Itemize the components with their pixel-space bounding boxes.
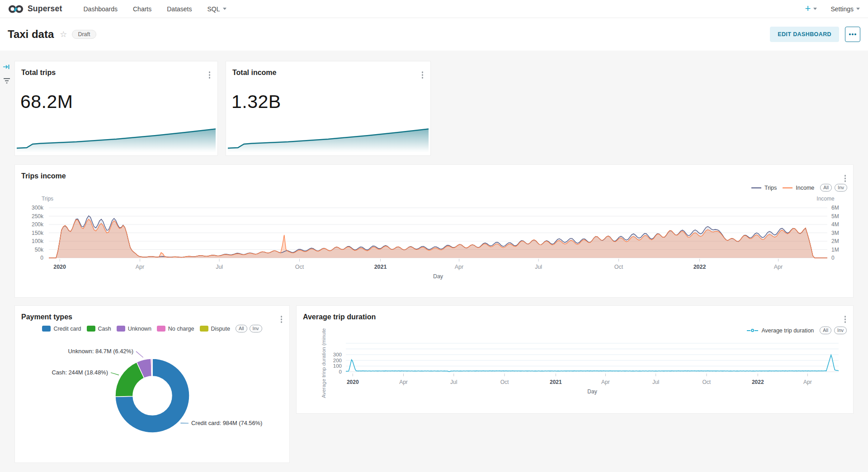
big-number-value: 68.2M xyxy=(20,91,73,112)
legend-swatch xyxy=(42,326,51,332)
legend-all-button[interactable]: All xyxy=(820,327,831,334)
legend-item-credit-card[interactable]: Credit card xyxy=(42,326,81,332)
svg-text:Oct: Oct xyxy=(703,379,711,385)
svg-text:2M: 2M xyxy=(831,238,839,244)
trips-income-card: Trips income Trips Income All Inv 300k6M… xyxy=(15,165,853,297)
expand-filter-bar-icon[interactable] xyxy=(3,63,11,70)
chart-title: Payment types xyxy=(21,313,72,321)
nav-label: SQL xyxy=(207,5,220,13)
legend-item-trips[interactable]: Trips xyxy=(751,185,777,191)
nav-item-datasets[interactable]: Datasets xyxy=(159,0,199,18)
nav-item-sql[interactable]: SQL xyxy=(199,0,234,18)
svg-text:2020: 2020 xyxy=(347,379,359,385)
dashboard-body: Total trips 68.2M Total income 1.32B Tri… xyxy=(0,51,868,472)
avg-duration-legend: Average trip duration All Inv xyxy=(747,327,847,334)
svg-text:2022: 2022 xyxy=(752,379,764,385)
svg-text:Oct: Oct xyxy=(295,264,304,270)
svg-text:4M: 4M xyxy=(831,221,839,228)
chart-menu-button[interactable] xyxy=(208,70,212,80)
income-sparkline-chart[interactable] xyxy=(228,126,429,152)
filter-icon[interactable] xyxy=(3,78,10,84)
svg-text:Apr: Apr xyxy=(774,264,783,270)
legend-label: Trips xyxy=(764,185,777,191)
legend-all-button[interactable]: All xyxy=(820,184,832,192)
svg-text:2020: 2020 xyxy=(53,264,66,270)
average-trip-duration-card: Average trip duration Average trip durat… xyxy=(297,306,853,413)
favorite-star-icon[interactable]: ☆ xyxy=(60,29,67,39)
svg-text:200k: 200k xyxy=(32,221,44,228)
legend-item-cash[interactable]: Cash xyxy=(87,326,111,332)
svg-text:Apr: Apr xyxy=(136,264,144,270)
legend-inv-button[interactable]: Inv xyxy=(834,327,847,334)
nav-label: Charts xyxy=(133,5,151,13)
svg-text:Day: Day xyxy=(587,388,597,395)
legend-item-avg-duration[interactable]: Average trip duration xyxy=(747,327,814,334)
dashboard-title: Taxi data xyxy=(8,28,54,41)
superset-logo[interactable]: Superset xyxy=(8,4,62,14)
svg-text:6M: 6M xyxy=(831,205,839,211)
svg-text:1M: 1M xyxy=(831,247,839,253)
dashboard-header: Taxi data ☆ Draft EDIT DASHBOARD xyxy=(0,18,868,51)
trips-sparkline-chart[interactable] xyxy=(17,126,216,152)
svg-text:100k: 100k xyxy=(32,238,44,244)
legend-inv-button[interactable]: Inv xyxy=(835,184,847,192)
svg-text:300k: 300k xyxy=(32,205,44,211)
svg-text:Apr: Apr xyxy=(803,379,812,385)
new-item-button[interactable]: + xyxy=(805,5,817,14)
svg-text:Income: Income xyxy=(816,196,835,202)
svg-text:Jul: Jul xyxy=(652,379,659,385)
legend-label: Credit card xyxy=(53,326,81,332)
circle-line-marker-icon xyxy=(747,329,758,332)
nav-item-dashboards[interactable]: Dashboards xyxy=(76,0,126,18)
caret-down-icon xyxy=(223,8,226,10)
legend-item-unknown[interactable]: Unknown xyxy=(117,326,151,332)
legend-item-dispute[interactable]: Dispute xyxy=(200,326,230,332)
trips-income-chart[interactable]: 300k6M250k5M200k4M150k3M100k2M50k1M00Tri… xyxy=(15,165,853,297)
svg-text:5M: 5M xyxy=(831,213,839,220)
svg-text:150k: 150k xyxy=(32,230,44,236)
svg-text:3M: 3M xyxy=(831,230,839,236)
settings-menu[interactable]: Settings xyxy=(830,0,860,18)
svg-text:Apr: Apr xyxy=(455,264,463,270)
edit-dashboard-button[interactable]: EDIT DASHBOARD xyxy=(770,27,839,42)
trips-income-legend: Trips Income All Inv xyxy=(751,184,847,192)
svg-text:2022: 2022 xyxy=(693,264,706,270)
legend-swatch xyxy=(117,326,125,332)
chart-title: Total income xyxy=(232,69,277,77)
chart-menu-button[interactable] xyxy=(420,70,425,80)
svg-text:Day: Day xyxy=(433,273,443,280)
total-trips-card: Total trips 68.2M xyxy=(15,61,217,155)
trips-line-swatch xyxy=(751,187,761,188)
svg-text:Credit card: 984M (74.56%): Credit card: 984M (74.56%) xyxy=(191,420,262,426)
nav-label: Dashboards xyxy=(84,5,118,13)
legend-inv-button[interactable]: Inv xyxy=(250,325,262,332)
dashboard-more-button[interactable] xyxy=(845,27,860,42)
superset-infinity-icon xyxy=(8,4,24,14)
big-number-value: 1.32B xyxy=(231,91,281,112)
legend-item-income[interactable]: Income xyxy=(783,185,814,191)
total-income-card: Total income 1.32B xyxy=(226,61,430,155)
legend-swatch xyxy=(157,326,165,332)
legend-label: Income xyxy=(796,185,814,191)
svg-text:100: 100 xyxy=(333,363,342,369)
svg-text:2021: 2021 xyxy=(374,264,387,270)
avg-duration-chart[interactable]: 3002001000Average trinp duration (minute… xyxy=(297,306,853,413)
nav-item-charts[interactable]: Charts xyxy=(125,0,159,18)
plus-icon: + xyxy=(805,4,811,14)
chart-menu-button[interactable] xyxy=(279,314,284,324)
svg-text:50k: 50k xyxy=(35,247,44,253)
svg-text:Unknown: 84.7M (6.42%): Unknown: 84.7M (6.42%) xyxy=(68,348,133,355)
svg-text:0: 0 xyxy=(831,255,835,261)
legend-item-no-charge[interactable]: No charge xyxy=(157,326,194,332)
svg-text:Oct: Oct xyxy=(500,379,509,385)
svg-text:Apr: Apr xyxy=(601,379,610,385)
legend-all-button[interactable]: All xyxy=(236,325,247,332)
chart-title: Average trip duration xyxy=(303,313,376,321)
filter-rail xyxy=(3,63,11,84)
legend-label: Cash xyxy=(98,326,111,332)
chart-menu-button[interactable] xyxy=(843,173,848,183)
legend-swatch xyxy=(87,326,95,332)
chart-menu-button[interactable] xyxy=(843,314,848,324)
draft-status-badge: Draft xyxy=(72,30,96,39)
caret-down-icon xyxy=(856,8,860,10)
